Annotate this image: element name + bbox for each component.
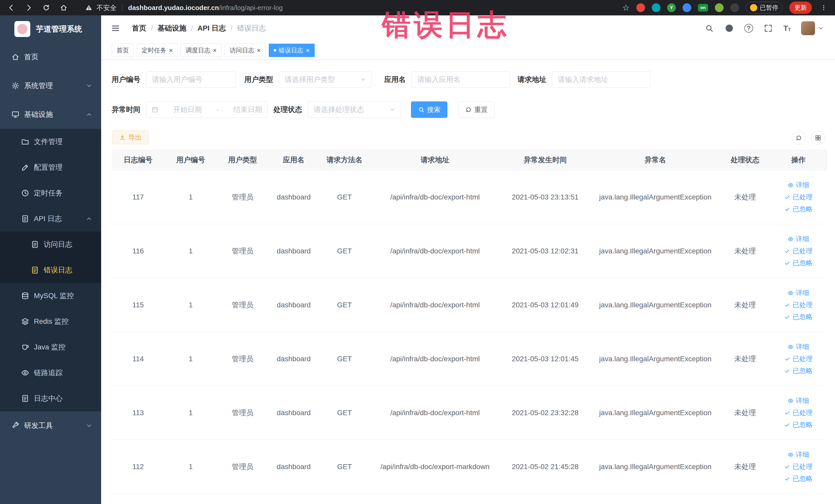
end-date-placeholder[interactable]: 结束日期: [233, 105, 262, 115]
date-range-picker[interactable]: 开始日期 - 结束日期: [146, 101, 267, 118]
detail-link[interactable]: 详细: [788, 288, 809, 297]
breadcrumb-home[interactable]: 首页: [132, 23, 146, 33]
header-app-name: 应用名: [268, 150, 319, 170]
cell-log-id: 113: [111, 386, 165, 440]
tab-schedule-log[interactable]: 调度日志×: [181, 44, 222, 57]
help-icon[interactable]: ?: [745, 24, 753, 33]
process-status-select[interactable]: 请选择处理状态: [308, 101, 401, 118]
paused-badge[interactable]: 已暂停: [746, 2, 782, 14]
user-menu[interactable]: [801, 21, 824, 35]
extension-grid-icon[interactable]: [683, 3, 691, 12]
folder-icon: [21, 138, 29, 146]
column-settings-button[interactable]: [811, 131, 825, 145]
search-icon[interactable]: [704, 23, 714, 33]
cell-status: 未处理: [720, 332, 770, 386]
browser-menu-icon[interactable]: [819, 3, 829, 13]
detail-link[interactable]: 详细: [788, 342, 809, 351]
close-icon[interactable]: ×: [257, 47, 261, 54]
cell-exception-name: java.lang.IllegalArgumentException: [590, 170, 720, 224]
ignored-link[interactable]: 已忽略: [784, 205, 812, 214]
user-id-input[interactable]: [146, 72, 236, 88]
cell-exception-name: java.lang.IllegalArgumentException: [590, 278, 720, 332]
sidebar-item-dev-tools[interactable]: 研发工具: [0, 411, 101, 440]
processed-link[interactable]: 已处理: [784, 246, 812, 256]
browser-forward-icon[interactable]: [24, 3, 34, 13]
user-type-select[interactable]: 请选择用户类型: [279, 72, 371, 88]
sidebar-item-job[interactable]: 定时任务: [0, 180, 101, 206]
extension-on-badge[interactable]: on: [698, 4, 708, 12]
chevron-up-icon: [86, 111, 93, 118]
detail-link[interactable]: 详细: [788, 235, 809, 243]
fullscreen-icon[interactable]: [763, 23, 773, 33]
tab-error-log[interactable]: 错误日志×: [269, 44, 315, 57]
detail-link[interactable]: 详细: [788, 181, 809, 189]
extension-y-icon[interactable]: Y: [667, 3, 676, 12]
extension-leaf-icon[interactable]: [715, 3, 724, 12]
browser-reload-icon[interactable]: [41, 3, 51, 13]
sidebar-item-home[interactable]: 首页: [0, 43, 101, 72]
sidebar-item-mysql[interactable]: MySQL 监控: [0, 283, 101, 309]
breadcrumb-error-log: 错误日志: [237, 23, 266, 33]
font-size-icon[interactable]: TT: [783, 24, 791, 33]
extension-teal-icon[interactable]: [652, 3, 660, 12]
app-logo[interactable]: 芋道管理系统: [0, 15, 101, 43]
sidebar-toggle-icon[interactable]: [110, 23, 121, 34]
sidebar-item-error-log[interactable]: 错误日志: [0, 257, 101, 283]
refresh-button[interactable]: [792, 131, 806, 145]
export-button[interactable]: 导出: [112, 130, 149, 144]
processed-link[interactable]: 已处理: [784, 300, 812, 309]
bookmark-star-icon[interactable]: ☆: [622, 4, 630, 12]
avatar[interactable]: [801, 21, 815, 35]
cell-app-name: dashboard: [268, 332, 319, 386]
extension-red-icon[interactable]: [636, 3, 645, 12]
ignored-link[interactable]: 已忽略: [784, 366, 812, 375]
cell-operations: 详细 已处理 已忽略: [770, 386, 827, 440]
tab-job[interactable]: 定时任务×: [137, 44, 178, 57]
ignored-link[interactable]: 已忽略: [784, 259, 812, 267]
sidebar-item-config[interactable]: 配置管理: [0, 155, 101, 180]
breadcrumb-infra[interactable]: 基础设施: [158, 23, 186, 33]
close-icon[interactable]: ×: [306, 47, 310, 54]
search-button[interactable]: 搜索: [411, 101, 447, 118]
sidebar-item-api-log[interactable]: API 日志: [0, 206, 101, 231]
processed-link[interactable]: 已处理: [784, 193, 812, 202]
close-icon[interactable]: ×: [169, 47, 173, 54]
github-icon[interactable]: [725, 23, 734, 33]
sidebar-item-infra[interactable]: 基础设施: [0, 100, 101, 129]
processed-link[interactable]: 已处理: [784, 354, 812, 363]
ignored-link[interactable]: 已忽略: [784, 474, 812, 483]
address-bar[interactable]: 不安全 dashboard.yudao.iocoder.cn/infra/log…: [85, 3, 283, 12]
sidebar-item-trace[interactable]: 链路追踪: [0, 360, 101, 386]
processed-link[interactable]: 已处理: [784, 462, 812, 471]
sidebar-item-file[interactable]: 文件管理: [0, 129, 101, 155]
detail-link[interactable]: 详细: [788, 450, 809, 459]
detail-link[interactable]: 详细: [788, 396, 809, 405]
start-date-placeholder[interactable]: 开始日期: [173, 105, 202, 115]
browser-back-icon[interactable]: [6, 3, 16, 13]
reset-button[interactable]: 重置: [458, 101, 495, 118]
breadcrumb-api-log[interactable]: API 日志: [198, 23, 226, 33]
table-row: 112 1 管理员 dashboard GET /api/infra/db-do…: [111, 440, 827, 494]
sidebar-item-redis[interactable]: Redis 监控: [0, 309, 101, 334]
url-text[interactable]: dashboard.yudao.iocoder.cn/infra/log/api…: [128, 4, 283, 12]
close-icon[interactable]: ×: [213, 47, 217, 54]
breadcrumb: 首页 / 基础设施 / API 日志 / 错误日志: [132, 23, 266, 33]
check-icon: [784, 476, 790, 482]
sidebar-item-java[interactable]: Java 监控: [0, 334, 101, 360]
tab-home[interactable]: 首页: [111, 44, 134, 57]
extension-dark-icon[interactable]: [730, 3, 739, 12]
request-url-input[interactable]: [552, 72, 651, 88]
sidebar-item-access-log[interactable]: 访问日志: [0, 231, 101, 257]
ignored-link[interactable]: 已忽略: [784, 313, 812, 321]
security-label[interactable]: 不安全: [97, 3, 117, 12]
ignored-link[interactable]: 已忽略: [784, 420, 812, 429]
screen: 不安全 dashboard.yudao.iocoder.cn/infra/log…: [0, 0, 835, 504]
app-name-input[interactable]: [411, 72, 510, 88]
browser-update-button[interactable]: 更新: [789, 2, 812, 14]
browser-home-icon[interactable]: [59, 3, 69, 13]
processed-link[interactable]: 已处理: [784, 408, 812, 417]
sidebar-item-log-center[interactable]: 日志中心: [0, 386, 101, 411]
header-status: 处理状态: [720, 150, 770, 170]
tab-access-log[interactable]: 访问日志×: [225, 44, 265, 57]
sidebar-item-system[interactable]: 系统管理: [0, 72, 101, 100]
